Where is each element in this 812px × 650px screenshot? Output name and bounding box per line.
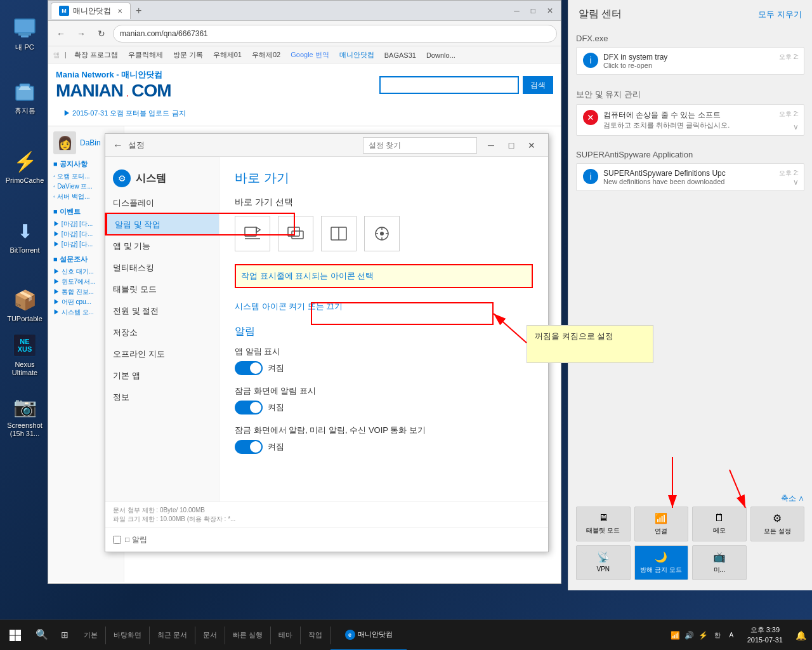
app-notify-toggle-btn[interactable] <box>235 361 263 375</box>
settings-search-input[interactable] <box>363 137 477 154</box>
shortcut-btn-4[interactable] <box>364 216 400 251</box>
ac-collapse-btn[interactable]: 축소 ∧ <box>781 493 804 504</box>
ac-security-content: 컴퓨터에 손상을 줄 수 있는 소프트 검토하고 조치를 취하려면 클릭하십시오… <box>603 110 797 130</box>
ac-super-expand[interactable]: ∨ <box>793 178 799 187</box>
settings-window-controls: ─ □ ✕ <box>482 136 540 154</box>
taskbar-label-task[interactable]: 작업 <box>301 627 331 644</box>
bm-translate[interactable]: Google 번역 <box>288 49 332 61</box>
taskbar-browser-btn[interactable]: e 매니안닷컴 <box>331 620 407 651</box>
ac-dfx-notif-desc: Click to re-open <box>603 62 797 69</box>
settings-maximize-btn[interactable]: □ <box>502 136 520 154</box>
ac-btn-vpn[interactable]: 📡 VPN <box>576 545 631 580</box>
tray-volume-icon[interactable]: 🔊 <box>683 629 696 642</box>
refresh-button[interactable]: ↻ <box>93 25 110 43</box>
settings-menu-power[interactable]: 전원 및 절전 <box>105 300 219 322</box>
tab-close-btn[interactable]: ✕ <box>117 8 122 15</box>
notify-checkbox[interactable] <box>113 536 121 544</box>
site-header: Mania Network - 매니안닷컴 MANIAN . COM 검색 ▶ … <box>48 64 561 126</box>
forward-button[interactable]: → <box>72 25 90 43</box>
username: DaBin <box>80 138 101 147</box>
nexus-icon: NEXUS <box>12 333 37 358</box>
taskbar-label-recent[interactable]: 최근 문서 <box>150 627 195 644</box>
bm-download[interactable]: Downlo... <box>424 50 458 60</box>
taskbar-icons-link[interactable]: 작업 표시줄에 표시되는 아이콘 선택 <box>235 264 533 288</box>
bm-history[interactable]: 방문 기록 <box>171 49 206 61</box>
ac-btn-connect[interactable]: 📶 연결 <box>634 507 689 541</box>
settings-back-btn[interactable]: ← <box>113 140 123 151</box>
app-notify-state: 켜짐 <box>268 362 284 374</box>
site-search-input[interactable] <box>379 76 519 94</box>
shortcut-btn-2[interactable] <box>278 216 313 251</box>
ac-security-time: 오후 2: <box>779 110 799 119</box>
shortcut-btn-1[interactable] <box>235 216 270 251</box>
tray-eng-icon[interactable]: A <box>725 629 738 642</box>
taskbar-time[interactable]: 오후 3:39 2015-07-31 <box>741 625 789 645</box>
ac-btn-settings[interactable]: ⚙ 모든 설정 <box>750 507 805 541</box>
taskbar-label-quick[interactable]: 빠른 실행 <box>225 627 271 644</box>
taskbar-label-theme[interactable]: 테마 <box>271 627 301 644</box>
lock-notify-toggle-btn[interactable] <box>235 401 263 415</box>
tray-network-icon[interactable]: 📶 <box>669 629 682 642</box>
start-button[interactable] <box>0 620 30 651</box>
bm-unclick[interactable]: 우클릭해제 <box>126 49 166 61</box>
settings-menu-multitask[interactable]: 멀티태스킹 <box>105 257 219 279</box>
browser-maximize[interactable]: □ <box>526 4 540 18</box>
taskbar-task-view[interactable]: ⊞ <box>53 620 76 651</box>
browser-tab[interactable]: M 매니안닷컴 ✕ <box>51 3 131 19</box>
ac-btn-dnd[interactable]: 🌙 방해 금지 모드 <box>634 545 689 580</box>
ac-security-expand[interactable]: ∨ <box>793 123 799 131</box>
annotation-text: 꺼짐을 켜짐으로 설정 <box>535 331 613 341</box>
lock-voip-row: 잠금 화면에서 알람, 미리 알림, 수신 VOIP 통화 보기 켜짐 <box>235 425 533 454</box>
desktop-icon-bittorrent[interactable]: ⬇ BitTorrent <box>3 216 47 257</box>
bm-manian[interactable]: 매니안닷컴 <box>337 49 377 61</box>
ac-super-content: SUPERAntiSpyware Definitions Upc New def… <box>603 169 797 185</box>
settings-menu-storage[interactable]: 저장소 <box>105 322 219 343</box>
shortcut-btn-3[interactable] <box>321 216 357 251</box>
notify-checkbox-row: □ 알림 <box>113 532 540 548</box>
system-icons-link[interactable]: 시스템 아이콘 켜기 또는 끄기 <box>235 301 533 312</box>
ac-btn-other[interactable]: 📺 미... <box>692 545 747 580</box>
browser-close[interactable]: ✕ <box>542 4 558 18</box>
lock-voip-toggle-btn[interactable] <box>235 440 263 454</box>
settings-footer-text: 문서 첨부 제한 : 0Byte/ 10.00MB <box>113 506 540 515</box>
settings-menu-apps[interactable]: 앱 및 기능 <box>105 235 219 257</box>
settings-menu-display[interactable]: 디스플레이 <box>105 192 219 214</box>
ac-btn-tablet[interactable]: 🖥 태블릿 모드 <box>576 507 631 541</box>
desktop-icon-recycle[interactable]: 휴지통 <box>3 76 47 117</box>
settings-close-btn[interactable]: ✕ <box>523 136 540 154</box>
bm-u2[interactable]: 우해제02 <box>249 49 283 61</box>
desktop-icon-nexus[interactable]: NEXUS NexusUltimate <box>3 330 47 380</box>
settings-menu-offline[interactable]: 오프라인 지도 <box>105 343 219 365</box>
settings-menu-notifications[interactable]: 알림 및 작업 <box>105 214 219 235</box>
desktop-icon-tuportable[interactable]: 📦 TUPortable <box>3 284 47 326</box>
tray-lang-icon[interactable]: 한 <box>711 629 724 642</box>
desktop-icon-primo[interactable]: ⚡ PrimoCache <box>3 146 47 187</box>
desktop-icon-my-pc[interactable]: 내 PC <box>3 13 47 54</box>
new-tab-button[interactable]: + <box>131 3 147 19</box>
memo-label: 메모 <box>713 526 726 535</box>
taskbar-search[interactable]: 🔍 <box>30 620 53 651</box>
back-button[interactable]: ← <box>52 25 70 43</box>
ac-btn-memo[interactable]: 🗒 메모 <box>692 507 747 541</box>
taskbar-label-basic: 기본 <box>76 627 106 644</box>
settings-menu-default-app[interactable]: 기본 앱 <box>105 365 219 387</box>
taskbar-label-docs[interactable]: 문서 <box>195 627 225 644</box>
settings-footer: 문서 첨부 제한 : 0Byte/ 10.00MB 파일 크기 제한 : 10.… <box>105 501 548 527</box>
lock-voip-toggle: 켜짐 <box>235 440 533 454</box>
site-search-btn[interactable]: 검색 <box>523 76 553 94</box>
bm-extensions[interactable]: 확장 프로그램 <box>72 49 121 61</box>
bm-u1[interactable]: 우해제01 <box>211 49 244 61</box>
ac-clear-btn[interactable]: 모두 지우기 <box>758 9 802 20</box>
settings-menu-info[interactable]: 정보 <box>105 387 219 408</box>
address-bar[interactable] <box>113 25 557 43</box>
settings-menu-tablet[interactable]: 태블릿 모드 <box>105 279 219 300</box>
bm-bagas[interactable]: BAGAS31 <box>382 50 419 60</box>
dnd-label: 방해 금지 모드 <box>640 566 682 574</box>
desktop-icon-screenshot[interactable]: 📷 Screenshot(15h 31... <box>3 391 47 441</box>
tray-battery-icon[interactable]: ⚡ <box>697 629 710 642</box>
taskbar-label-desktop[interactable]: 바탕화면 <box>106 627 150 644</box>
recycle-icon <box>12 79 37 104</box>
action-center-btn[interactable]: 🔔 <box>789 620 812 651</box>
settings-minimize-btn[interactable]: ─ <box>482 136 500 154</box>
browser-minimize[interactable]: ─ <box>509 4 525 18</box>
